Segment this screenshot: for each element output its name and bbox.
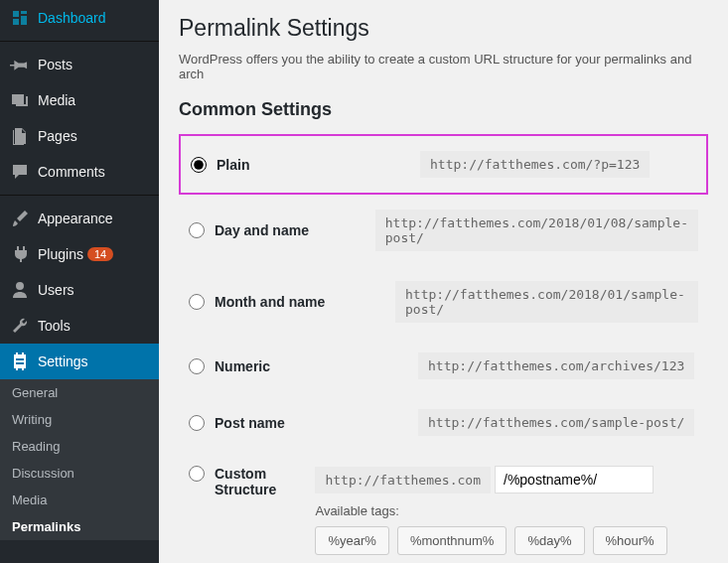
- option-label: Post name: [215, 415, 418, 431]
- sidebar-item-appearance[interactable]: Appearance: [0, 201, 159, 236]
- option-example: http://fatthemes.com/?p=123: [420, 151, 650, 178]
- radio-month-name[interactable]: [189, 294, 205, 310]
- pin-icon: [10, 55, 30, 74]
- option-post-name: Post name http://fatthemes.com/sample-po…: [179, 394, 708, 451]
- settings-icon: [10, 352, 30, 371]
- wrench-icon: [10, 316, 30, 336]
- radio-plain[interactable]: [191, 157, 207, 173]
- option-example: http://fatthemes.com/archives/123: [418, 352, 694, 379]
- submenu-permalinks[interactable]: Permalinks: [0, 513, 159, 540]
- sidebar-item-media[interactable]: Media: [0, 82, 159, 118]
- sidebar-label: Posts: [38, 57, 73, 72]
- submenu-discussion[interactable]: Discussion: [0, 460, 159, 487]
- page-description: WordPress offers you the ability to crea…: [179, 52, 708, 81]
- option-numeric: Numeric http://fatthemes.com/archives/12…: [179, 338, 708, 394]
- radio-post-name[interactable]: [189, 415, 205, 431]
- tag-monthnum[interactable]: %monthnum%: [397, 526, 508, 555]
- sidebar-label: Appearance: [38, 211, 113, 226]
- main-content: Permalink Settings WordPress offers you …: [159, 0, 728, 563]
- plug-icon: [10, 244, 30, 264]
- sidebar-label: Tools: [38, 318, 71, 334]
- sidebar-label: Dashboard: [38, 10, 106, 26]
- radio-day-name[interactable]: [189, 222, 205, 238]
- tag-hour[interactable]: %hour%: [593, 526, 667, 555]
- sidebar-label: Users: [38, 282, 74, 298]
- radio-custom[interactable]: [189, 466, 205, 482]
- option-example: http://fatthemes.com/2018/01/08/sample-p…: [375, 210, 698, 251]
- option-label: Custom Structure: [215, 466, 315, 497]
- option-label: Plain: [217, 157, 420, 173]
- sidebar-item-plugins[interactable]: Plugins 14: [0, 236, 159, 272]
- page-title: Permalink Settings: [179, 15, 708, 42]
- sidebar-label: Plugins: [38, 246, 83, 262]
- submenu-general[interactable]: General: [0, 379, 159, 406]
- option-label: Day and name: [215, 222, 375, 238]
- user-icon: [10, 280, 30, 300]
- dashboard-icon: [10, 8, 30, 28]
- tag-day[interactable]: %day%: [514, 526, 584, 555]
- sidebar-submenu: General Writing Reading Discussion Media…: [0, 379, 159, 540]
- sidebar-label: Settings: [38, 353, 88, 369]
- option-label: Numeric: [215, 358, 418, 374]
- available-tags: %year% %monthnum% %day% %hour%: [315, 526, 666, 555]
- brush-icon: [10, 209, 30, 228]
- option-month-name: Month and name http://fatthemes.com/2018…: [179, 266, 708, 338]
- submenu-media[interactable]: Media: [0, 487, 159, 513]
- tag-year[interactable]: %year%: [315, 526, 388, 555]
- sidebar-item-tools[interactable]: Tools: [0, 308, 159, 344]
- comment-icon: [10, 162, 30, 182]
- sidebar-item-users[interactable]: Users: [0, 272, 159, 308]
- tags-label: Available tags:: [315, 503, 698, 518]
- option-example: http://fatthemes.com/sample-post/: [418, 409, 694, 436]
- section-title: Common Settings: [179, 99, 708, 120]
- sidebar-label: Pages: [38, 128, 77, 144]
- custom-prefix: http://fatthemes.com: [315, 467, 491, 493]
- option-day-name: Day and name http://fatthemes.com/2018/0…: [179, 195, 708, 266]
- sidebar-label: Media: [38, 92, 75, 108]
- media-icon: [10, 90, 30, 110]
- sidebar-item-settings[interactable]: Settings: [0, 344, 159, 379]
- option-example: http://fatthemes.com/2018/01/sample-post…: [395, 281, 698, 323]
- sidebar-item-posts[interactable]: Posts: [0, 47, 159, 82]
- option-label: Month and name: [215, 294, 395, 310]
- sidebar-label: Comments: [38, 164, 105, 180]
- option-custom: Custom Structure http://fatthemes.com Av…: [179, 451, 708, 563]
- custom-structure-input[interactable]: [495, 466, 654, 493]
- plugins-badge: 14: [87, 247, 113, 261]
- option-plain: Plain http://fatthemes.com/?p=123: [179, 134, 708, 195]
- submenu-reading[interactable]: Reading: [0, 433, 159, 460]
- sidebar-item-comments[interactable]: Comments: [0, 154, 159, 190]
- pages-icon: [10, 126, 30, 146]
- sidebar-item-pages[interactable]: Pages: [0, 118, 159, 154]
- submenu-writing[interactable]: Writing: [0, 406, 159, 433]
- sidebar-item-dashboard[interactable]: Dashboard: [0, 0, 159, 36]
- admin-sidebar: Dashboard Posts Media Pages Comments App…: [0, 0, 159, 563]
- radio-numeric[interactable]: [189, 358, 205, 374]
